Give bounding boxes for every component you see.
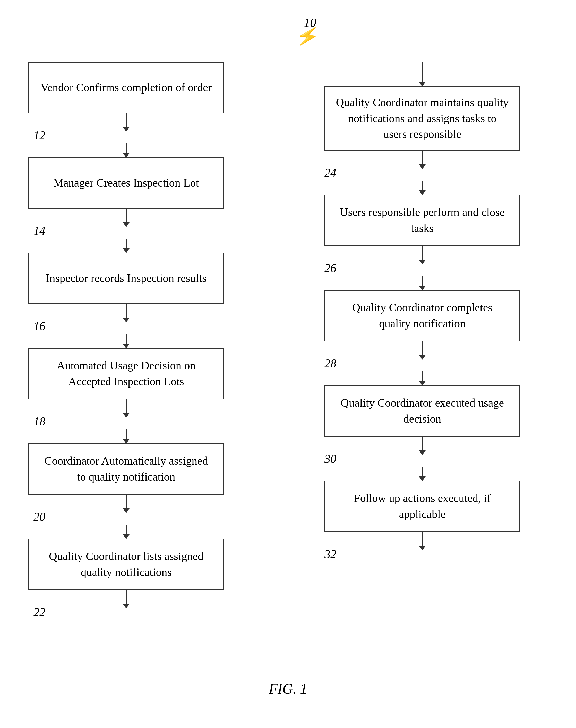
ref-label-18: 18 xyxy=(33,415,45,428)
page: 10 ⚡ Vendor Confirms completion of order… xyxy=(0,0,576,728)
box-coordinator-assigned: Coordinator Automatically assigned to qu… xyxy=(28,443,224,495)
box-follow-up: Follow up actions executed, if applicabl… xyxy=(324,481,520,532)
ref-label-14: 14 xyxy=(33,224,45,238)
ref-label-30: 30 xyxy=(324,452,336,466)
box-coordinator-maintains: Quality Coordinator maintains quality no… xyxy=(324,86,520,151)
box-automated-usage: Automated Usage Decision on Accepted Ins… xyxy=(28,348,224,399)
ref-label-32: 32 xyxy=(324,547,336,561)
top-reference: 10 ⚡ xyxy=(296,16,319,46)
box-vendor-confirms: Vendor Confirms completion of order xyxy=(28,62,224,113)
box-manager-creates: Manager Creates Inspection Lot xyxy=(28,157,224,209)
box-users-responsible: Users responsible perform and close task… xyxy=(324,194,520,246)
box-coordinator-lists: Quality Coordinator lists assigned quali… xyxy=(28,539,224,590)
ref-label-24: 24 xyxy=(324,166,336,180)
box-coordinator-usage: Quality Coordinator executed usage decis… xyxy=(324,385,520,437)
lightning-icon: ⚡ xyxy=(294,25,321,48)
ref-label-20: 20 xyxy=(33,510,45,524)
ref-label-22: 22 xyxy=(33,605,45,619)
ref-label-26: 26 xyxy=(324,261,336,275)
figure-label: FIG. 1 xyxy=(269,681,307,697)
ref-label-12: 12 xyxy=(33,129,45,142)
box-coordinator-completes: Quality Coordinator completes quality no… xyxy=(324,290,520,342)
ref-label-16: 16 xyxy=(33,319,45,333)
ref-label-28: 28 xyxy=(324,357,336,370)
box-inspector-records: Inspector records Inspection results xyxy=(28,252,224,304)
